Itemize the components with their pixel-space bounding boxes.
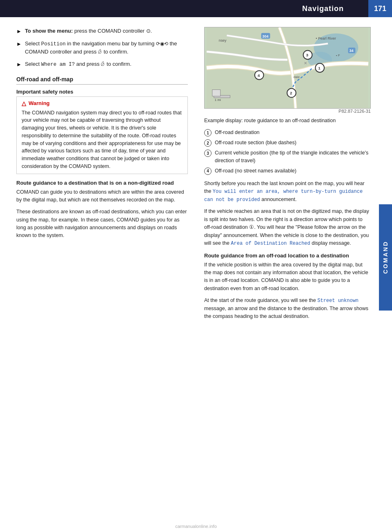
header-bar: Navigation 171 xyxy=(0,0,392,17)
item-text-3: Current vehicle position (the tip of the… xyxy=(215,149,371,165)
para2: These destinations are known as off-road… xyxy=(16,208,188,240)
bullet-arrow-3: ► xyxy=(16,60,22,69)
bullet-item-1: ► To show the menu: press the COMAND con… xyxy=(16,27,188,36)
map-container: nsey • Pearl River • F dale 1 mi ✕ 1 xyxy=(204,27,371,114)
para-dest-after: display message. xyxy=(310,240,351,246)
item-text-1: Off-road destination xyxy=(215,129,260,136)
svg-text:1: 1 xyxy=(318,66,321,70)
bullet-item-3: ► Select Where am I? and press ⦳ to conf… xyxy=(16,60,188,69)
map-description: Example display: route guidance to an of… xyxy=(204,117,371,125)
warning-box: △ Warning The COMAND navigation system m… xyxy=(16,96,188,174)
svg-text:• F: • F xyxy=(336,54,340,57)
svg-text:• Pearl River: • Pearl River xyxy=(316,36,336,40)
warning-title: △ Warning xyxy=(22,100,183,107)
para-destination: If the vehicle reaches an area that is n… xyxy=(204,208,371,247)
para4-after: message, an arrow and the distance to th… xyxy=(204,306,368,319)
position-code: Position xyxy=(41,41,66,47)
street-unknown-code: Street unknown xyxy=(317,298,359,304)
dest-reached-code: Area of Destination Reached xyxy=(231,241,310,246)
subsection2-heading: Route guidance from an off-road location… xyxy=(204,253,371,259)
svg-text:304: 304 xyxy=(263,34,269,38)
main-content: ► To show the menu: press the COMAND con… xyxy=(0,17,379,333)
para1: COMAND can guide you to destinations whi… xyxy=(16,188,188,204)
numbered-item-3: 3 Current vehicle position (the tip of t… xyxy=(204,149,371,165)
svg-text:dale: dale xyxy=(294,75,300,79)
num-circle-1: 1 xyxy=(204,129,212,136)
svg-text:1 mi: 1 mi xyxy=(215,98,221,102)
controller-icon: ⟳◉⟲ xyxy=(156,41,168,47)
bullet-bold-1: To show the menu: xyxy=(25,28,73,34)
item-text-2: Off-road route section (blue dashes) xyxy=(215,139,296,147)
para4-before: At the start of the route guidance, you … xyxy=(204,297,317,303)
safety-notes-header: Important safety notes xyxy=(16,89,188,95)
numbered-item-1: 1 Off-road destination xyxy=(204,129,371,136)
para4: At the start of the route guidance, you … xyxy=(204,297,371,320)
para-turn-by-turn: Shortly before you reach the last known … xyxy=(204,180,371,204)
num-circle-4: 4 xyxy=(204,168,212,175)
para-after: announcement. xyxy=(260,197,297,202)
svg-text:4: 4 xyxy=(258,73,260,78)
warning-body: The COMAND navigation system may direct … xyxy=(22,109,183,170)
bullet-text-3: Select Where am I? and press ⦳ to confir… xyxy=(25,60,188,69)
page-number: 171 xyxy=(368,0,392,17)
whereami-code: Where am I? xyxy=(41,62,75,67)
map-svg: nsey • Pearl River • F dale 1 mi ✕ 1 xyxy=(205,27,370,108)
bullet-text-1: To show the menu: press the COMAND contr… xyxy=(25,27,188,36)
bullet-body-1: press the COMAND controller ⊙. xyxy=(73,28,152,34)
bullet-item-2: ► Select Position in the navigation menu… xyxy=(16,40,188,56)
svg-text:nsey: nsey xyxy=(219,38,227,42)
num-circle-3: 3 xyxy=(204,150,212,157)
svg-text:2: 2 xyxy=(290,91,292,95)
num-circle-2: 2 xyxy=(204,139,212,147)
subsection1-heading: Route guidance to a destination that is … xyxy=(16,180,188,186)
para3: If the vehicle position is within the ar… xyxy=(204,261,371,293)
numbered-item-4: 4 Off-road (no street names available) xyxy=(204,167,371,175)
svg-text:3: 3 xyxy=(306,53,309,57)
offroad-section-heading: Off-road and off-map xyxy=(16,76,188,85)
bullet-arrow-2: ► xyxy=(16,40,22,56)
bullet-text-2: Select Position in the navigation menu b… xyxy=(25,40,188,56)
map-image: nsey • Pearl River • F dale 1 mi ✕ 1 xyxy=(204,27,371,109)
bullet-arrow-1: ► xyxy=(16,27,22,36)
item-text-4: Off-road (no street names available) xyxy=(215,167,296,175)
header-title: Navigation xyxy=(0,4,368,13)
side-tab: COMAND xyxy=(379,204,392,311)
map-caption: P82.87-2126-31 xyxy=(204,109,371,114)
svg-text:✕: ✕ xyxy=(304,61,307,65)
svg-text:34: 34 xyxy=(349,49,353,53)
numbered-item-2: 2 Off-road route section (blue dashes) xyxy=(204,139,371,147)
svg-rect-9 xyxy=(212,89,220,96)
watermark: carmanualonline.info xyxy=(175,524,217,529)
right-column: nsey • Pearl River • F dale 1 mi ✕ 1 xyxy=(196,17,379,333)
left-column: ► To show the menu: press the COMAND con… xyxy=(0,17,196,333)
warning-icon: △ xyxy=(22,100,26,107)
